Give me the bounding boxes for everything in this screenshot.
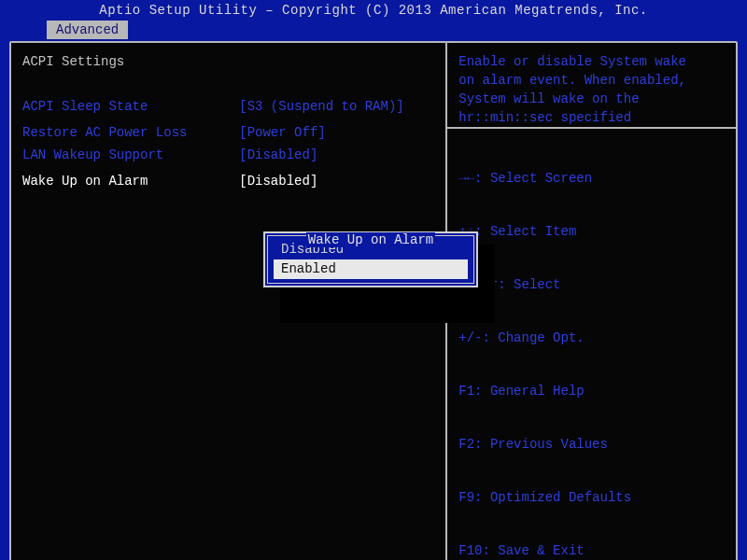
legend-f9: F9: Optimized Defaults — [458, 489, 725, 507]
help-divider — [447, 127, 736, 129]
legend-f2: F2: Previous Values — [458, 436, 725, 454]
tab-row: Advanced — [0, 21, 747, 39]
section-heading: ACPI Settings — [22, 52, 434, 71]
setting-lan-wakeup-support[interactable]: LAN Wakeup Support [Disabled] — [22, 146, 434, 164]
legend-f1: F1: General Help — [458, 383, 725, 400]
legend-select-screen: →←: Select Screen — [458, 170, 725, 188]
popup-title: Wake Up on Alarm — [265, 232, 476, 247]
setting-restore-ac-power-loss[interactable]: Restore AC Power Loss [Power Off] — [22, 123, 434, 142]
option-popup: Wake Up on Alarm Disabled Enabled — [263, 231, 478, 287]
setting-acpi-sleep-state[interactable]: ACPI Sleep State [S3 (Suspend to RAM)] — [22, 97, 434, 116]
legend-select-item: ↑↓: Select Item — [458, 223, 725, 241]
legend-change-opt: +/-: Change Opt. — [458, 329, 725, 347]
bios-screen: Aptio Setup Utility – Copyright (C) 2013… — [0, 0, 747, 560]
title-bar: Aptio Setup Utility – Copyright (C) 2013… — [0, 0, 747, 21]
tab-advanced[interactable]: Advanced — [47, 21, 128, 39]
legend-enter: Enter: Select — [458, 276, 725, 294]
key-legend: →←: Select Screen ↑↓: Select Item Enter:… — [458, 134, 725, 560]
help-text: Enable or disable System wake on alarm e… — [458, 52, 725, 127]
popup-option-enabled[interactable]: Enabled — [274, 259, 468, 279]
legend-f10: F10: Save & Exit — [458, 542, 725, 560]
spacer — [22, 75, 434, 93]
setting-wake-up-on-alarm[interactable]: Wake Up on Alarm [Disabled] — [22, 172, 434, 190]
